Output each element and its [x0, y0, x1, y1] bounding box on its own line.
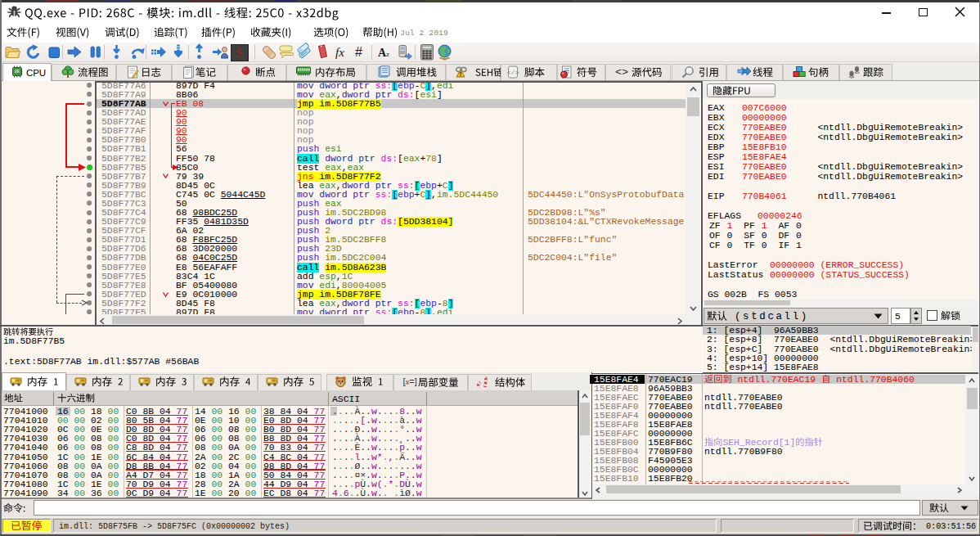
svg-text:S: S: [236, 46, 243, 59]
svg-text:</>: </>: [506, 69, 519, 76]
svg-text:fx: fx: [335, 46, 344, 59]
svg-text:32: 32: [14, 70, 20, 75]
svg-text:!: !: [460, 71, 461, 77]
svg-text:ntdll.770B4060: ntdll.770B4060: [830, 376, 915, 385]
svg-text:ntdll.770EAC19: ntdll.770EAC19: [732, 376, 821, 385]
svg-text:z: z: [386, 50, 389, 58]
svg-text:<>: <>: [615, 66, 628, 79]
svg-text:#: #: [355, 45, 362, 59]
